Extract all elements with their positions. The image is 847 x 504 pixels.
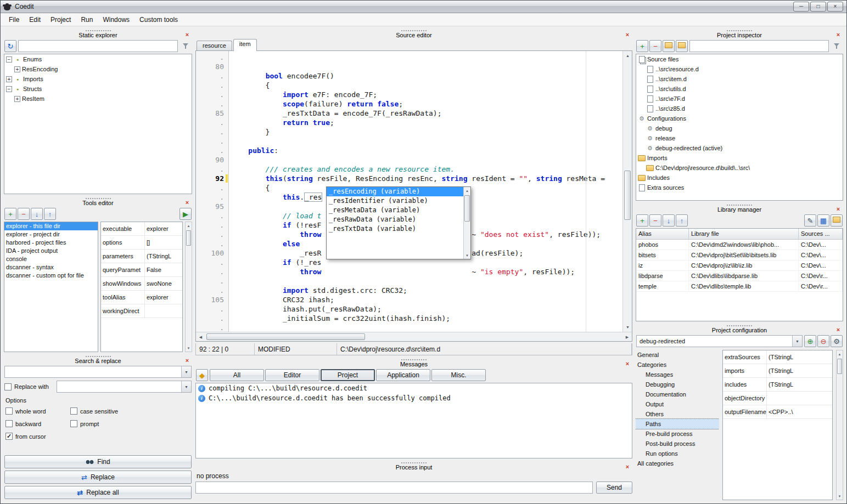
completion-item[interactable]: _resMetaData (variable) — [327, 206, 463, 215]
tree-item-imports[interactable]: +●Imports — [4, 74, 192, 84]
code-line[interactable]: return true; — [231, 118, 622, 127]
property-value[interactable]: <CPP>..\ — [767, 409, 832, 415]
tree-item-paths[interactable]: Paths — [636, 419, 719, 429]
code-line[interactable]: _initialSum = crc322uint(ihash.finish); — [231, 314, 622, 323]
menu-run[interactable]: Run — [76, 14, 98, 26]
property-row-workingdirect[interactable]: workingDirect — [101, 304, 182, 318]
panel-header[interactable]: Library manager × — [636, 204, 843, 213]
tree-item-src-utils-d[interactable]: ..\src\utils.d — [636, 84, 843, 94]
library-row-temple[interactable]: templeC:\Dev\dlibs\temple.libC:\Dev\r... — [636, 281, 843, 292]
tree-item-resitem[interactable]: +ResItem — [4, 94, 192, 104]
dock-grip-icon[interactable] — [727, 30, 752, 31]
close-panel-icon[interactable]: × — [835, 206, 842, 212]
add-library-button[interactable]: + — [636, 214, 648, 226]
dock-grip-icon[interactable] — [727, 205, 752, 206]
symbol-filter-input[interactable] — [18, 40, 178, 52]
remove-library-button[interactable]: − — [649, 214, 661, 226]
message-tag-button[interactable]: ◆ — [196, 369, 208, 381]
scroll-track[interactable] — [623, 60, 632, 322]
close-button[interactable]: × — [827, 2, 843, 12]
chevron-down-icon[interactable]: ▼ — [181, 366, 191, 377]
chevron-down-icon[interactable]: ▼ — [792, 336, 802, 347]
tree-item-others[interactable]: Others — [636, 409, 719, 419]
tree-item-configurations[interactable]: ⚙Configurations — [636, 114, 843, 123]
code-line[interactable]: } — [231, 127, 622, 137]
checkbox-backward[interactable]: backward — [5, 420, 70, 427]
find-button[interactable]: Find — [4, 455, 192, 468]
run-tool-button[interactable]: ▶ — [180, 208, 192, 220]
property-row-queryparamet[interactable]: queryParametFalse — [101, 263, 182, 277]
code-line[interactable]: public: — [231, 146, 622, 155]
tree-item-documentation[interactable]: Documentation — [636, 389, 719, 399]
open-folder-button[interactable] — [676, 40, 688, 52]
add-folder-button[interactable] — [663, 40, 675, 52]
tool-item-ida-project-output[interactable]: IDA - project output — [4, 247, 98, 255]
message-item[interactable]: icompiling C:\...\build\resource.d.coedi… — [196, 383, 632, 393]
tree-item-src-e7f-d[interactable]: ..\src\e7F.d — [636, 94, 843, 104]
tree-item-categories[interactable]: Categories — [636, 360, 719, 370]
property-row-includes[interactable]: includes(TStringL — [723, 378, 832, 392]
property-value[interactable]: (TStringL — [767, 354, 832, 360]
tree-item-enums[interactable]: −●Enums — [4, 54, 192, 64]
panel-header[interactable]: Tools editor × — [4, 197, 192, 207]
property-row-parameters[interactable]: parameters(TStringL — [101, 250, 182, 263]
property-row-outputfilename[interactable]: outputFilename<CPP>..\ — [723, 405, 832, 419]
completion-item[interactable]: _resTxtData (variable) — [327, 224, 463, 234]
replace-with-checkbox[interactable]: Replace with — [4, 383, 54, 390]
configuration-combo[interactable]: debug-redirected ▼ — [636, 335, 803, 347]
library-from-folder-button[interactable] — [831, 214, 843, 226]
code-line[interactable]: ihash.put(_resRawData); — [231, 304, 622, 314]
property-value[interactable]: explorer — [145, 225, 182, 232]
tree-item-debugging[interactable]: Debugging — [636, 380, 719, 389]
tree-item-src-z85-d[interactable]: ..\src\z85.d — [636, 104, 843, 114]
edit-library-button[interactable]: ✎ — [804, 214, 816, 226]
property-value[interactable]: (TStringL — [767, 381, 832, 388]
property-value[interactable]: swoNone — [145, 280, 182, 287]
tree-item-post-build-process[interactable]: Post-build process — [636, 439, 719, 449]
scroll-down-icon[interactable]: ▼ — [186, 344, 192, 352]
scroll-up-icon[interactable]: ▲ — [837, 350, 843, 358]
add-tool-button[interactable]: + — [4, 208, 16, 220]
message-item[interactable]: iC:\...\build\resource.d.coedit has been… — [196, 393, 632, 403]
completion-item[interactable]: _resIdentifier (variable) — [327, 196, 463, 206]
tool-item-explorer-project-dir[interactable]: explorer - project dir — [4, 230, 98, 239]
column-header-sources[interactable]: Sources ... — [799, 229, 843, 239]
expander-icon[interactable]: − — [6, 56, 12, 63]
menu-file[interactable]: File — [4, 14, 24, 26]
tree-item-debug[interactable]: ⚙debug — [636, 123, 843, 133]
scrollbar-thumb[interactable] — [206, 333, 365, 340]
code-line[interactable]: scope(failure) return false; — [231, 99, 622, 109]
expander-icon[interactable]: + — [14, 96, 20, 102]
remove-configuration-button[interactable]: ⊖ — [817, 335, 829, 347]
code-line[interactable]: this(string resFile, ResEncoding resEnc,… — [231, 174, 622, 183]
menu-project[interactable]: Project — [46, 14, 76, 26]
clone-configuration-button[interactable]: ⚙ — [831, 335, 843, 347]
code-line[interactable]: bool encodee7F() — [231, 71, 622, 81]
panel-header[interactable]: Project inspector × — [636, 30, 843, 39]
property-value[interactable]: (TStringL — [767, 367, 832, 374]
property-value[interactable]: [] — [145, 239, 182, 246]
editor-vertical-scrollbar[interactable]: ▲ ▼ — [622, 51, 632, 332]
code-line[interactable] — [231, 155, 622, 165]
property-row-extrasources[interactable]: extraSources(TStringL — [723, 350, 832, 364]
tab-resource[interactable]: resource — [197, 41, 232, 51]
replace-button[interactable]: Replace — [4, 471, 192, 484]
code-line[interactable]: { — [231, 81, 622, 90]
title-bar[interactable]: Coedit ─ □ × — [1, 1, 846, 13]
tree-item-source-files[interactable]: Source files — [636, 54, 843, 64]
panel-header[interactable]: Search & replace × — [4, 355, 192, 365]
tool-item-dscanner-custom-opt-for-file[interactable]: dscanner - custom opt for file — [4, 271, 98, 280]
code-line[interactable]: import std.digest.crc: CRC32; — [231, 286, 622, 295]
scroll-down-icon[interactable]: ▼ — [623, 322, 632, 332]
minimize-button[interactable]: ─ — [793, 2, 809, 12]
filter-button[interactable] — [831, 40, 843, 52]
tool-item-explorer-this-file-dir[interactable]: explorer - this file dir — [4, 222, 98, 230]
property-row-options[interactable]: options[] — [101, 236, 182, 250]
property-value[interactable]: False — [145, 267, 182, 273]
tool-item-harbored-project-files[interactable]: harbored - project files — [4, 239, 98, 247]
scroll-track[interactable] — [464, 194, 470, 252]
expander-icon[interactable]: + — [14, 66, 20, 72]
panel-header[interactable]: Source editor × — [195, 30, 632, 39]
tool-item-dscanner-syntax[interactable]: dscanner - syntax — [4, 263, 98, 271]
tree-item-resencoding[interactable]: +ResEncoding — [4, 64, 192, 74]
